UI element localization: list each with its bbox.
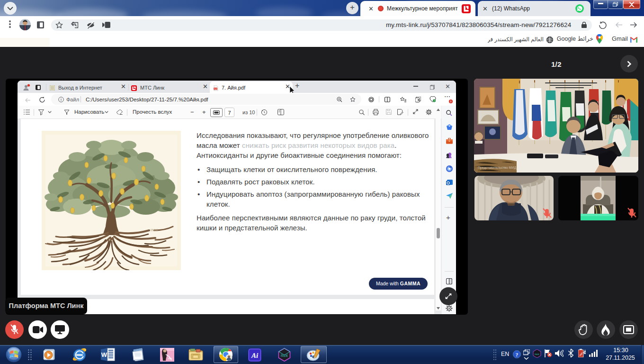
svg-text:W: W <box>101 351 107 358</box>
svg-text:INNI: INNI <box>151 228 158 232</box>
svg-text:?: ? <box>516 352 519 357</box>
svg-text:Ai: Ai <box>251 352 259 359</box>
svg-text:day: day <box>168 357 172 360</box>
svg-text:nox: nox <box>281 354 288 358</box>
svg-text:nox: nox <box>535 353 540 356</box>
svg-text:PDF: PDF <box>214 88 217 90</box>
svg-text:Представительство МИД: Представительство МИД <box>478 166 516 170</box>
